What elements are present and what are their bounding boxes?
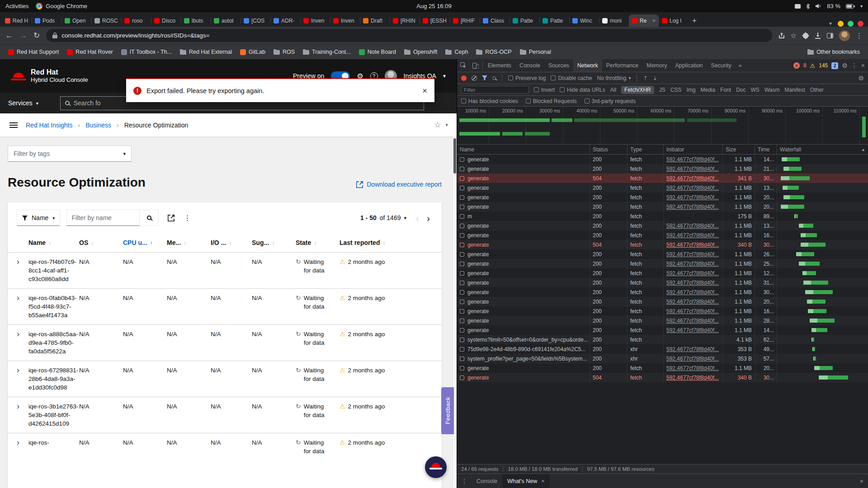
record-icon[interactable] (461, 75, 467, 81)
request-name-cell[interactable]: generate (457, 363, 590, 373)
initiator-link[interactable]: 592.4677cf78f8d40f... (666, 280, 719, 286)
user-menu-caret-icon[interactable]: ▾ (443, 73, 446, 79)
browser-tab[interactable]: Draft (360, 14, 390, 27)
browser-tab[interactable]: [RHIF (450, 14, 480, 27)
drawer-close-icon[interactable]: × (855, 478, 868, 484)
breadcrumb-link[interactable]: Business (85, 122, 111, 129)
breadcrumb-link[interactable]: Red Hat Insights (26, 122, 73, 129)
toolbar-kebab-icon[interactable]: ⋮ (184, 214, 191, 222)
net-column-header[interactable]: Size (723, 145, 755, 154)
extensions-icon[interactable] (802, 33, 809, 39)
filter-chip[interactable]: Manifest (784, 87, 805, 93)
pagination-caret-icon[interactable]: ▾ (404, 215, 406, 221)
network-request-row[interactable]: generate200fetch592.4677cf78f8d40f...1.1… (457, 164, 868, 174)
more-tabs-icon[interactable]: » (736, 62, 745, 69)
brand[interactable]: Red Hat Hybrid Cloud Console (31, 68, 88, 83)
network-request-row[interactable]: generate200fetch592.4677cf78f8d40f...1.1… (457, 363, 868, 373)
request-name-cell[interactable]: system_profile?per_page=50&fields%5Bsyst… (457, 354, 590, 363)
initiator-link[interactable]: 592.4677cf78f8d40f... (666, 251, 719, 258)
network-filter-input[interactable] (461, 86, 529, 94)
request-name-cell[interactable]: generate (457, 306, 590, 316)
toast-close-icon[interactable]: × (422, 86, 427, 95)
devtools-tab-network[interactable]: Network (573, 59, 602, 72)
browser-tab[interactable]: ROSC (91, 14, 121, 27)
request-name-cell[interactable]: generate (457, 155, 590, 164)
share-icon[interactable] (778, 33, 785, 39)
network-overview-timeline[interactable]: 10000 ms20000 ms30000 ms40000 ms50000 ms… (457, 107, 868, 145)
back-button[interactable]: ← (5, 32, 13, 39)
waterfall-sort-icon[interactable]: ▲ (861, 147, 865, 152)
devtools-tab-security[interactable]: Security (707, 59, 736, 72)
close-window-button[interactable] (858, 21, 863, 27)
drawer-tab-console[interactable]: Console (472, 474, 502, 488)
request-name-cell[interactable]: systems?limit=50&offset=0&order_by=cpu&o… (457, 335, 590, 344)
sort-icon[interactable]: ↕ (229, 240, 231, 246)
column-header[interactable]: CPU u...↑ (123, 239, 167, 246)
devtools-tab-memory[interactable]: Memory (642, 59, 671, 72)
browser-tab[interactable]: moni (599, 14, 629, 27)
devtools-settings-icon[interactable]: ⚙ (842, 62, 848, 69)
network-request-row[interactable]: generate200fetch592.4677cf78f8d40f...1.1… (457, 259, 868, 268)
forward-button[interactable]: → (19, 32, 27, 39)
system-name[interactable]: iqe-ros-0fab0b43-f5cd-4f48-93c7-b55ae4f1… (28, 294, 79, 319)
expand-chevron-icon[interactable]: › (17, 365, 19, 375)
initiator-link[interactable]: 592.4677cf78f8d40f... (666, 289, 719, 296)
system-clock[interactable]: Aug 25 16:09 (416, 3, 451, 9)
column-header[interactable]: Sug...↕ (252, 239, 296, 246)
request-name-cell[interactable]: generate (457, 373, 590, 382)
network-request-row[interactable]: generate200fetch592.4677cf78f8d40f...1.1… (457, 287, 868, 297)
side-panel-icon[interactable] (827, 33, 833, 38)
bookmark-item[interactable]: Red Hat Rover (63, 47, 117, 57)
net-column-header[interactable]: Initiator (664, 145, 723, 154)
initiator-link[interactable]: 592.4677cf78f8d40f... (666, 185, 719, 191)
network-request-row[interactable]: generate200fetch592.4677cf78f8d40f...1.1… (457, 325, 868, 335)
initiator-link[interactable]: 592.4677cf78f8d40f... (666, 223, 719, 229)
error-badge-icon[interactable]: × (793, 62, 800, 69)
maximize-button[interactable] (848, 21, 854, 27)
initiator-link[interactable]: 592.4677cf78f8d40f... (666, 270, 719, 277)
browser-tab[interactable]: Log I (659, 14, 689, 27)
column-header[interactable]: OS↕ (79, 239, 123, 246)
request-name-cell[interactable]: generate (457, 268, 590, 278)
request-name-cell[interactable]: generate (457, 297, 590, 306)
throttling-select[interactable]: No throttling▾ (597, 75, 631, 81)
column-header[interactable]: I/O ...↕ (211, 239, 252, 246)
expand-chevron-icon[interactable]: › (17, 257, 19, 266)
initiator-link[interactable]: 592.4677cf78f8d40f... (666, 346, 719, 352)
warning-count[interactable]: 145 (819, 62, 828, 69)
request-name-cell[interactable]: generate (457, 164, 590, 174)
nav-toggle-icon[interactable] (9, 125, 18, 126)
network-request-row[interactable]: generate504fetch592.4677cf78f8d40f...341… (457, 174, 868, 183)
net-column-header[interactable]: Waterfall▲ (777, 145, 868, 154)
download-icon[interactable] (815, 33, 821, 39)
request-name-cell[interactable]: generate (457, 316, 590, 325)
system-name[interactable]: iqe-ros-a888c5aa-d9ea-4785-9fb0-fa0da5f5… (28, 330, 79, 356)
browser-tab[interactable]: ADR- (270, 14, 300, 27)
bookmark-folder[interactable]: Training-Cont... (299, 47, 354, 57)
request-name-cell[interactable]: generate (457, 278, 590, 287)
network-request-row[interactable]: generate200fetch592.4677cf78f8d40f...1.1… (457, 278, 868, 287)
request-name-cell[interactable]: generate (457, 287, 590, 297)
devtools-tab-sources[interactable]: Sources (544, 59, 573, 72)
expand-chevron-icon[interactable]: › (17, 437, 19, 447)
net-column-header[interactable]: Time (755, 145, 777, 154)
browser-tab[interactable]: Re× (629, 14, 659, 27)
hide-data-urls-checkbox[interactable]: Hide data URLs (560, 87, 605, 93)
browser-tab[interactable]: Class (480, 14, 509, 27)
profile-avatar[interactable] (839, 30, 850, 41)
request-name-cell[interactable]: generate (457, 221, 590, 230)
expand-chevron-icon[interactable]: › (17, 329, 19, 338)
initiator-link[interactable]: 592.4677cf78f8d40f... (666, 261, 719, 267)
request-name-cell[interactable]: generate (457, 174, 590, 183)
network-request-row[interactable]: generate200fetch592.4677cf78f8d40f...1.1… (457, 202, 868, 211)
initiator-link[interactable]: 592.4677cf78f8d40f... (666, 166, 719, 172)
request-name-cell[interactable]: generate (457, 230, 590, 240)
browser-tab[interactable]: Patte (539, 14, 569, 27)
error-count[interactable]: 8 (803, 62, 807, 69)
net-column-header[interactable]: Name (457, 145, 590, 154)
favorite-star-icon[interactable]: ☆ (434, 120, 441, 130)
activities-button[interactable]: Activities (5, 3, 28, 9)
system-tray[interactable]: 83 % ▾ (795, 3, 863, 9)
browser-tab[interactable]: [ESSH (420, 14, 450, 27)
browser-tab[interactable]: roso (121, 14, 151, 27)
